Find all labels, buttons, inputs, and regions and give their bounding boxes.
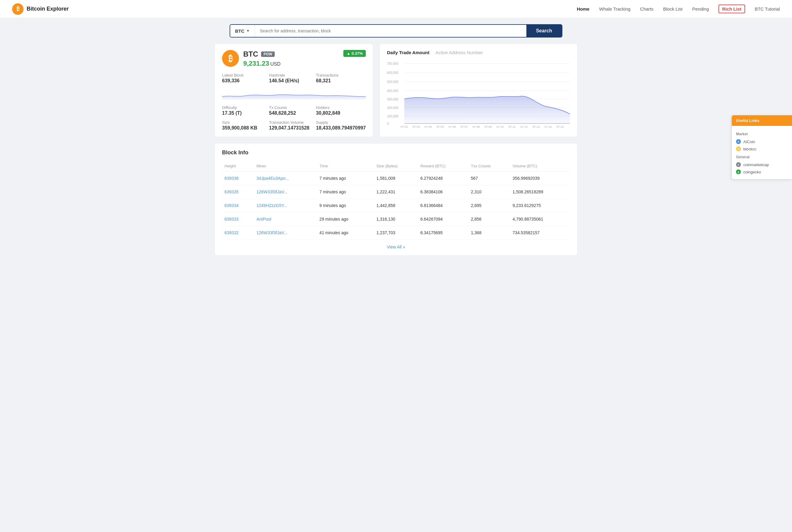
ul-coinmarketcap[interactable]: c coinmarketcap (736, 161, 788, 168)
currency-selector[interactable]: BTC ▼ (230, 25, 255, 37)
ul-coingecko[interactable]: g coingecko (736, 168, 788, 175)
aicoin-label: AICoin (743, 139, 755, 144)
block-txs: 1,368 (468, 226, 510, 240)
block-miner-link[interactable]: 1249HZzzG5Y... (256, 203, 287, 208)
block-time: 29 minutes ago (317, 212, 374, 226)
block-miner-link[interactable]: AntPool (256, 217, 271, 222)
svg-text:100,000: 100,000 (387, 115, 399, 118)
stat-value-latest-block: 639,336 (222, 78, 266, 83)
stat-supply: Supply 18,433,089.794970997 (316, 120, 366, 131)
stat-difficulty: Difficulty 17.35 (T) (222, 105, 266, 116)
chart-card: Daily Trade Amount Active Address Number… (379, 43, 578, 137)
stat-value-holders: 30,802,849 (316, 111, 366, 116)
coinmarketcap-icon: c (736, 162, 741, 167)
nav-pending[interactable]: Pending (692, 6, 709, 12)
nav-btc-tutorial[interactable]: BTC Tutorial (755, 6, 780, 12)
block-txs: 2,310 (468, 185, 510, 199)
stat-value-transactions: 68,321 (316, 78, 366, 83)
pow-badge: POW (261, 52, 275, 57)
nav-block-list[interactable]: Block List (663, 6, 682, 12)
block-time: 9 minutes ago (317, 199, 374, 212)
svg-text:200,000: 200,000 (387, 106, 399, 110)
nav-whale-tracking[interactable]: Whale Tracking (599, 6, 630, 12)
site-title: Bitcoin Explorer (26, 6, 69, 12)
price-change-value: 0.37% (351, 51, 363, 56)
svg-text:07-04: 07-04 (425, 125, 432, 128)
block-height-link[interactable]: 639333 (225, 217, 239, 222)
block-info-card: Block Info Height Miner Time Size (Bytes… (214, 143, 578, 256)
logo-icon: ₿ (12, 3, 24, 15)
block-time: 7 minutes ago (317, 185, 374, 199)
block-miner-link[interactable]: 126W33f3fJaV... (256, 230, 287, 235)
stat-value-tx-volume: 129,047.14731528 (269, 125, 313, 131)
block-volume: 734.53582157 (510, 226, 570, 240)
stat-label-supply: Supply (316, 120, 366, 125)
price-change-icon: ▲ (346, 51, 350, 56)
block-reward: 6.81366484 (418, 199, 468, 212)
svg-text:07-05: 07-05 (437, 125, 444, 128)
col-time: Time (317, 161, 374, 172)
stat-label-tx-volume: Transaction Volume (269, 120, 313, 125)
col-height: Height (222, 161, 254, 172)
block-volume: 1,508.26518289 (510, 185, 570, 199)
currency-label: BTC (235, 28, 245, 34)
col-miner: Miner (254, 161, 317, 172)
block-txs: 567 (468, 172, 510, 185)
useful-links-tab[interactable]: Useful Links (732, 115, 792, 126)
table-row: 639334 1249HZzzG5Y... 9 minutes ago 1,44… (222, 199, 570, 212)
nav-charts[interactable]: Charts (640, 6, 654, 12)
btc-name: BTC (243, 50, 258, 58)
col-volume: Volume (BTC) (510, 161, 570, 172)
search-bar: BTC ▼ Search (230, 24, 562, 38)
block-miner-link[interactable]: 34Jpa4Eu3Apo... (256, 176, 289, 180)
svg-text:07-03: 07-03 (413, 125, 420, 128)
block-miner-link[interactable]: 126W33f3fJaV... (256, 189, 287, 194)
stat-value-hashrate: 146.54 (EH/s) (269, 78, 313, 83)
btc-price: 9,231.23 (243, 60, 269, 67)
search-section: BTC ▼ Search (206, 18, 586, 43)
trade-chart-svg: 700,000 600,000 500,000 400,000 300,000 … (387, 61, 570, 128)
block-txs: 2,856 (468, 212, 510, 226)
stat-latest-block: Latest Block 639,336 (222, 73, 266, 83)
ul-blockcc[interactable]: b blockcc (736, 145, 788, 153)
block-height-link[interactable]: 639336 (225, 176, 239, 180)
block-height-link[interactable]: 639335 (225, 189, 239, 194)
block-size: 1,237,703 (374, 226, 418, 240)
table-row: 639332 126W33f3fJaV... 41 minutes ago 1,… (222, 226, 570, 240)
svg-text:07-15: 07-15 (557, 125, 564, 128)
stat-value-difficulty: 17.35 (T) (222, 111, 266, 116)
useful-links-panel: Useful Links Market A AICoin b blockcc G… (732, 115, 792, 179)
col-reward: Reward (BTC) (418, 161, 468, 172)
block-height-link[interactable]: 639332 (225, 230, 239, 235)
view-all-area: View All » (222, 245, 570, 249)
stat-value-supply: 18,433,089.794970997 (316, 125, 366, 131)
stat-label-size: Size (222, 120, 266, 125)
view-all-button[interactable]: View All » (387, 245, 405, 249)
blockcc-icon: b (736, 147, 741, 151)
table-row: 639333 AntPool 29 minutes ago 1,316,130 … (222, 212, 570, 226)
coinmarketcap-label: coinmarketcap (743, 163, 769, 167)
nav-home[interactable]: Home (577, 6, 590, 12)
block-height-link[interactable]: 639334 (225, 203, 239, 208)
search-button[interactable]: Search (526, 25, 562, 37)
stat-label-transactions: Transactions (316, 73, 366, 77)
nav-rich-list[interactable]: Rich List (718, 4, 745, 13)
top-panel: ₿ BTC POW 9,231.23 USD ▲ 0.37% (214, 43, 578, 137)
tab-daily-trade[interactable]: Daily Trade Amount (387, 50, 429, 56)
btc-currency: USD (270, 61, 281, 66)
search-input[interactable] (255, 25, 526, 37)
col-size: Size (Bytes) (374, 161, 418, 172)
stat-tx-counts: Tx Counts 548,628,252 (269, 105, 313, 116)
table-row: 639336 34Jpa4Eu3Apo... 7 minutes ago 1,5… (222, 172, 570, 185)
stat-label-difficulty: Difficulty (222, 105, 266, 110)
ul-aicoin[interactable]: A AICoin (736, 138, 788, 145)
tab-active-address[interactable]: Active Address Number (436, 50, 483, 56)
stat-transactions: Transactions 68,321 (316, 73, 366, 83)
block-size: 1,442,858 (374, 199, 418, 212)
stat-label-holders: Holders (316, 105, 366, 110)
coingecko-label: coingecko (743, 170, 761, 174)
stat-hashrate: Hashrate 146.54 (EH/s) (269, 73, 313, 83)
svg-text:600,000: 600,000 (387, 71, 399, 74)
block-reward: 6.34175695 (418, 226, 468, 240)
stat-value-tx-counts: 548,628,252 (269, 111, 313, 116)
